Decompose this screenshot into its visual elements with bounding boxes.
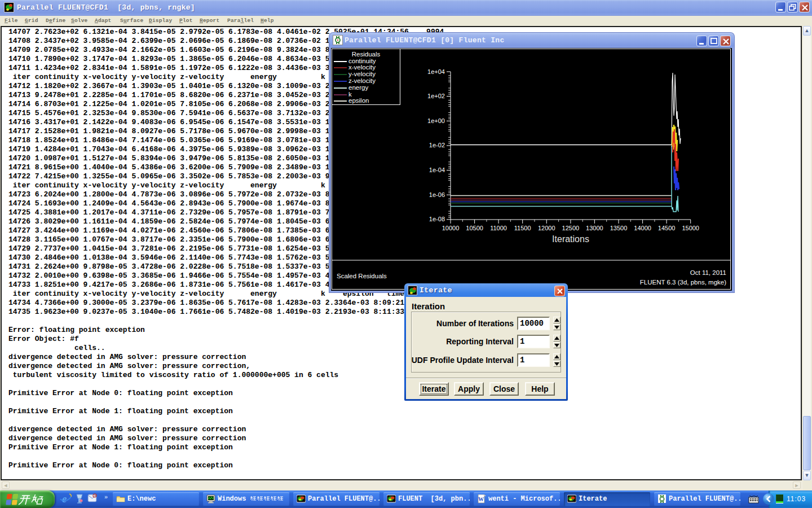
svg-text:1e-04: 1e-04 — [429, 167, 445, 173]
svg-text:15000: 15000 — [682, 225, 699, 231]
svg-text:Oct 11, 2011: Oct 11, 2011 — [690, 269, 726, 276]
svg-text:e: e — [62, 493, 67, 505]
svg-text:12500: 12500 — [562, 225, 580, 231]
svg-text:13000: 13000 — [586, 225, 603, 231]
svg-text:1e+00: 1e+00 — [427, 117, 445, 124]
svg-text:FLUENT 6.3 (3d, pbns, mgke): FLUENT 6.3 (3d, pbns, mgke) — [640, 279, 726, 286]
svg-text:14000: 14000 — [634, 225, 651, 231]
svg-text:1e-02: 1e-02 — [429, 142, 445, 148]
svg-text:Iterations: Iterations — [552, 234, 589, 244]
svg-text:12000: 12000 — [538, 225, 555, 231]
svg-text:1e-08: 1e-08 — [429, 216, 445, 222]
svg-text:»: » — [104, 493, 108, 500]
svg-text:Scaled Residuals: Scaled Residuals — [337, 273, 387, 279]
svg-text:11500: 11500 — [514, 225, 531, 231]
svg-text:11000: 11000 — [490, 225, 507, 231]
svg-text:1e+02: 1e+02 — [427, 93, 445, 99]
svg-text:1e+04: 1e+04 — [427, 68, 445, 75]
svg-text:1e-06: 1e-06 — [429, 191, 445, 198]
svg-text:10000: 10000 — [442, 225, 460, 231]
svg-text:13500: 13500 — [610, 225, 628, 231]
svg-text:14500: 14500 — [658, 225, 676, 231]
svg-text:10500: 10500 — [466, 225, 483, 231]
svg-text:W: W — [478, 496, 484, 502]
